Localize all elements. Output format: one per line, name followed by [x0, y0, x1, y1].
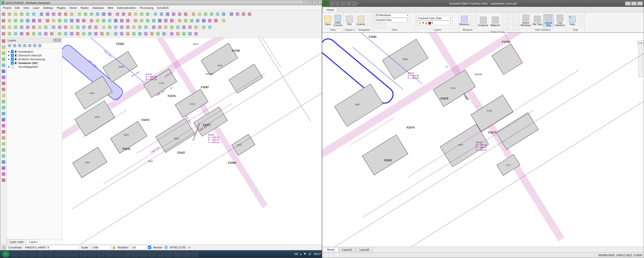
toolbar-button[interactable]: [119, 18, 125, 23]
layer-state-select[interactable]: Unsaved Layer State: [417, 16, 452, 20]
taskbar-app-icon[interactable]: [80, 251, 87, 257]
toolbar-button[interactable]: [137, 24, 143, 30]
toolbar-button[interactable]: [75, 31, 80, 37]
osnap-icon[interactable]: [502, 19, 507, 24]
toolbar-button[interactable]: [161, 31, 167, 37]
toolbar-button[interactable]: [51, 11, 56, 17]
toolbar-button[interactable]: [153, 11, 158, 17]
status-mode-button[interactable]: [329, 253, 334, 257]
osnap-icon[interactable]: [513, 13, 518, 18]
toolbar-button[interactable]: [1, 18, 6, 23]
toolbar-button[interactable]: [77, 11, 82, 17]
toolbar-button[interactable]: [241, 11, 246, 17]
toolbar-button[interactable]: [127, 11, 132, 17]
epsg-label[interactable]: EPSG:21781: [170, 246, 186, 249]
qat-undo-icon[interactable]: [346, 1, 351, 6]
toolbar-button[interactable]: [101, 24, 106, 30]
toolbar-button[interactable]: [63, 11, 68, 17]
toolbar-button[interactable]: [75, 24, 80, 30]
midpoint-button[interactable]: Midpoint: [490, 16, 501, 28]
layers-toolbar-button[interactable]: [22, 43, 27, 48]
toolbar-button[interactable]: [37, 18, 43, 23]
toolbar-button[interactable]: [113, 31, 118, 37]
toolbar-button[interactable]: [143, 31, 149, 37]
toolbar-button[interactable]: [13, 11, 18, 17]
toolbar-button[interactable]: [19, 24, 24, 30]
acad-app-icon[interactable]: [323, 1, 329, 6]
toolbar-button[interactable]: [7, 31, 12, 37]
taskbar-app-icon[interactable]: [140, 251, 147, 257]
toolbar-button[interactable]: [183, 18, 188, 23]
layer-item[interactable]: ▸◧Kanalisation: [8, 50, 61, 53]
toolbar-button[interactable]: [165, 11, 170, 17]
toolbar-button[interactable]: [125, 24, 131, 30]
tab-layout1[interactable]: Layout1: [338, 247, 356, 252]
osnap-icon[interactable]: [507, 19, 513, 24]
toolbar-button[interactable]: [151, 18, 156, 23]
toolbar-button[interactable]: [175, 24, 181, 30]
toolbar-button[interactable]: [43, 31, 49, 37]
menu-dataext[interactable]: Datenextraktion: [115, 6, 138, 10]
file-tabs-button[interactable]: File Tabs: [532, 15, 542, 27]
toolbar-button[interactable]: [209, 11, 214, 17]
toolbar-button[interactable]: [139, 11, 144, 17]
qat-open-icon[interactable]: [335, 1, 340, 6]
side-tool-button[interactable]: [1, 50, 6, 56]
toolbar-button[interactable]: [83, 11, 88, 17]
side-tool-button[interactable]: [1, 56, 6, 62]
user-interface-button[interactable]: User Interface: [554, 15, 566, 27]
menu-processing[interactable]: Processing: [138, 6, 155, 10]
side-tool-button[interactable]: [1, 38, 6, 44]
toolbar-button[interactable]: [101, 18, 106, 23]
viewcube-top[interactable]: TOP: [637, 40, 644, 46]
toolbar-button[interactable]: [37, 24, 43, 30]
tab-model[interactable]: Model: [323, 247, 338, 252]
view-tool-icon[interactable]: [374, 23, 380, 28]
toolbar-button[interactable]: [81, 31, 87, 37]
toolbar-button[interactable]: [57, 24, 62, 30]
toolbar-button[interactable]: [1, 24, 6, 30]
toolbar-button[interactable]: [183, 11, 188, 17]
side-tool-button[interactable]: [1, 111, 6, 116]
toolbar-button[interactable]: [215, 11, 220, 17]
taskbar-app-icon[interactable]: [37, 251, 45, 257]
toolbar-button[interactable]: [187, 24, 193, 30]
toolbar-button[interactable]: [81, 24, 87, 30]
toolbar-button[interactable]: [193, 24, 199, 30]
help-tool-icon[interactable]: [578, 15, 583, 20]
toolbar-button[interactable]: [157, 18, 163, 23]
toolbar-button[interactable]: [95, 18, 100, 23]
toolbar-button[interactable]: [189, 18, 194, 23]
layers-toolbar-button[interactable]: [7, 43, 12, 48]
layer-checkbox[interactable]: [11, 61, 14, 64]
orbit-icon[interactable]: [367, 21, 372, 26]
toolbar-button[interactable]: [69, 18, 74, 23]
status-mode-button[interactable]: [324, 253, 328, 257]
taskbar-app-icon[interactable]: [46, 251, 53, 257]
toolbar-button[interactable]: [105, 31, 111, 37]
toolbar-button[interactable]: [51, 24, 56, 30]
pan-icon[interactable]: [367, 15, 372, 20]
toolbar-button[interactable]: [13, 24, 18, 30]
measure-button[interactable]: Measure: [460, 15, 469, 27]
toolbar-button[interactable]: [31, 24, 36, 30]
qat-new-icon[interactable]: [330, 1, 334, 6]
help-button[interactable]: ?Help: [568, 15, 577, 27]
toolbar-button[interactable]: [87, 24, 93, 30]
toolbar-button[interactable]: [221, 18, 226, 23]
scale-input[interactable]: [90, 245, 110, 250]
taskbar-app-icon[interactable]: [123, 251, 130, 257]
taskbar-app-icon[interactable]: [131, 251, 139, 257]
taskbar-app-icon[interactable]: [174, 251, 181, 257]
toolbar-button[interactable]: [57, 31, 62, 37]
osnap-icon[interactable]: [513, 19, 518, 24]
side-tool-button[interactable]: [1, 99, 6, 104]
taskbar-app-icon[interactable]: [191, 251, 198, 257]
taskbar-app-icon[interactable]: [88, 251, 96, 257]
toolbar-button[interactable]: [115, 11, 120, 17]
layer-select[interactable]: 💡 ❄ 🔒 0: [417, 21, 452, 25]
coord-input[interactable]: [24, 245, 79, 250]
toolbar-button[interactable]: [139, 18, 144, 23]
side-tool-button[interactable]: [1, 171, 6, 177]
toolbar-button[interactable]: [1, 11, 6, 17]
